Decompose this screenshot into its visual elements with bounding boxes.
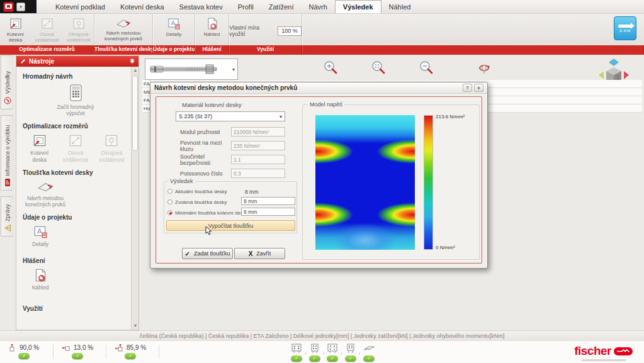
- zoom-out-icon[interactable]: [418, 60, 434, 76]
- ribbon-details-button[interactable]: Detaily: [159, 16, 189, 37]
- nav-left-arrow-icon[interactable]: [599, 72, 604, 79]
- custom-utilization-input[interactable]: [278, 26, 302, 36]
- pin-icon[interactable]: [130, 59, 135, 65]
- utilization-value: 85,9 %: [127, 344, 146, 351]
- nav-right-arrow-icon[interactable]: [624, 71, 629, 79]
- close-dialog-button[interactable]: X Zavřít: [234, 248, 285, 259]
- status-bar-text: čeština (Česká republika) | Česká republ…: [140, 333, 504, 339]
- calculator-icon: [67, 84, 84, 103]
- pencil-icon: [20, 59, 26, 64]
- tool-details-label: Detaily: [32, 241, 48, 247]
- anchor-check-icon: [346, 343, 356, 354]
- tool-fem-design-label: Návrh metodou konečných prvků: [23, 195, 68, 208]
- tool-fem-design[interactable]: Návrh metodou konečných prvků: [23, 180, 68, 208]
- scroll-down-icon[interactable]: ▼: [132, 322, 139, 330]
- tab-kotevni-deska[interactable]: Kotevní deska: [113, 0, 172, 13]
- nav-up-arrow-icon[interactable]: [609, 59, 619, 66]
- check-item: ✓: [363, 343, 375, 362]
- utilization-item: 85,9 % ✓: [115, 343, 146, 359]
- tool-edge-distance[interactable]: Okrajová vzdálenost: [95, 133, 128, 162]
- stress-model-label: Model napětí: [308, 101, 344, 108]
- dialog-titlebar[interactable]: Návrh kotevní desky metodou konečných pr…: [150, 82, 487, 94]
- radio-current-thickness[interactable]: [167, 189, 172, 194]
- current-thickness-label: Aktuální tloušťka desky: [175, 189, 227, 194]
- app-window: ▾ Kotevní podklad Kotevní deska Sestava …: [0, 0, 644, 363]
- rotate-view-icon[interactable]: [476, 60, 492, 76]
- ribbon-preview-button[interactable]: Náhled: [197, 16, 227, 37]
- scroll-thumb[interactable]: [132, 75, 138, 151]
- app-icon[interactable]: [3, 2, 14, 12]
- scroll-up-icon[interactable]: ▲: [132, 67, 139, 74]
- app-menu-arrow-icon[interactable]: ▾: [16, 3, 25, 11]
- tools-scrollbar[interactable]: ▲ ▼: [131, 67, 138, 330]
- tab-sestava-kotev[interactable]: Sestava kotev: [172, 0, 230, 13]
- tool-report-preview[interactable]: Náhled: [23, 268, 58, 291]
- check-item: ✓: [345, 343, 356, 362]
- anchor-type-select[interactable]: ▾: [145, 59, 238, 80]
- dialog-help-button[interactable]: ?: [463, 84, 472, 92]
- radio-minimum-thickness[interactable]: [167, 210, 172, 215]
- menubar: ▾ Kotevní podklad Kotevní deska Sestava …: [0, 0, 644, 14]
- separator: ,: [341, 343, 342, 355]
- minimum-thickness-input[interactable]: [241, 208, 295, 216]
- side-tab-informace[interactable]: Informace o výrobku: [1, 115, 14, 191]
- ribbon-anchor-plate-button[interactable]: Kotevní deska: [1, 16, 31, 43]
- compute-thickness-button[interactable]: Vypočítat tloušťku: [166, 220, 295, 231]
- check-badge-icon: ✓: [18, 353, 30, 359]
- fem-plate-icon: [115, 17, 132, 30]
- scale-min-label: 0 N/mm²: [436, 245, 455, 250]
- shear-utilization-icon: [62, 343, 71, 352]
- result-groupbox: Výsledek Aktuální tloušťka desky 8 mm Zv…: [164, 181, 297, 233]
- section-hlaseni: Hlášení: [23, 257, 128, 264]
- tool-start-bulk-calculation[interactable]: Začít hromadný výpočet: [52, 84, 99, 116]
- tab-navrh[interactable]: Návrh: [302, 0, 335, 13]
- zoom-fit-icon[interactable]: [370, 60, 387, 76]
- apply-thickness-label: Zadat tloušťku: [194, 250, 230, 257]
- ribbon-axial-spacing-label: Osová vzdálenost: [32, 31, 62, 43]
- tool-anchor-plate[interactable]: Kotevní deska: [23, 133, 56, 162]
- tools-panel-title: Nástroje: [29, 58, 54, 65]
- chosen-thickness-label: Zvolená tloušťka desky: [175, 199, 227, 205]
- utilization-item: 13,0 % ✓: [62, 343, 93, 359]
- stress-heatmap: [315, 115, 415, 250]
- tool-axial-spacing[interactable]: Osová vzdálenost: [59, 133, 92, 162]
- dialog-close-button[interactable]: x: [474, 84, 483, 92]
- side-tab-zpravy[interactable]: Zprávy: [1, 196, 14, 237]
- current-thickness-value: 8 mm: [245, 189, 258, 195]
- tab-kotevni-podklad[interactable]: Kotevní podklad: [48, 0, 113, 13]
- cfix-button[interactable]: C-FIX: [614, 16, 636, 40]
- tab-profil[interactable]: Profil: [230, 0, 261, 13]
- apply-thickness-button[interactable]: ✓ Zadat tloušťku: [182, 248, 233, 259]
- radio-chosen-thickness[interactable]: [167, 199, 172, 204]
- menu-items: Kotevní podklad Kotevní deska Sestava ko…: [48, 0, 418, 13]
- anchor-select-arrow-icon[interactable]: ▾: [232, 67, 235, 72]
- pdf-preview-icon: [205, 17, 219, 31]
- utilization-value: 13,0 %: [74, 344, 93, 351]
- side-tab-vysledky[interactable]: Výsledky: [1, 55, 14, 109]
- tab-zatizeni[interactable]: Zatížení: [261, 0, 302, 13]
- ribbon-axial-spacing-button[interactable]: Osová vzdálenost: [32, 16, 62, 43]
- ribbon-fem-design-button[interactable]: Návrh metodou konečných prvků: [96, 16, 150, 42]
- result-group-label: Výsledek: [168, 178, 195, 184]
- ribbon-edge-distance-button[interactable]: Okrajová vzdálenost: [64, 16, 94, 43]
- side-tab-zpravy-label: Zprávy: [4, 204, 11, 221]
- plate-bending-check-icon: [327, 343, 338, 354]
- caption-vyuziti: Využití: [229, 45, 302, 53]
- app-menu[interactable]: ▾: [0, 0, 37, 13]
- pdf-preview-icon: [33, 268, 48, 283]
- chosen-thickness-input[interactable]: [241, 197, 295, 205]
- verification-checks: ✓ , ✓ , ✓ ,: [291, 343, 375, 362]
- ribbon-group-hlaseni: Náhled: [195, 14, 229, 45]
- status-bar: čeština (Česká republika) | Česká republ…: [0, 330, 644, 340]
- material-select[interactable]: S 235 (St 37) ▾: [176, 111, 285, 121]
- ribbon-anchor-plate-label: Kotevní deska: [1, 31, 31, 43]
- tab-vysledek[interactable]: Výsledek: [335, 0, 381, 13]
- tool-details[interactable]: Detaily: [23, 225, 58, 247]
- axial-spacing-icon: [67, 133, 84, 148]
- tools-panel-header: Nástroje: [16, 56, 138, 67]
- section-udaje: Údaje o projektu: [23, 214, 128, 221]
- tab-nahled[interactable]: Náhled: [381, 0, 419, 13]
- scale-max-label: 213.6 N/mm²: [436, 114, 465, 120]
- zoom-in-icon[interactable]: [322, 60, 339, 76]
- combined-utilization-icon: [115, 343, 124, 352]
